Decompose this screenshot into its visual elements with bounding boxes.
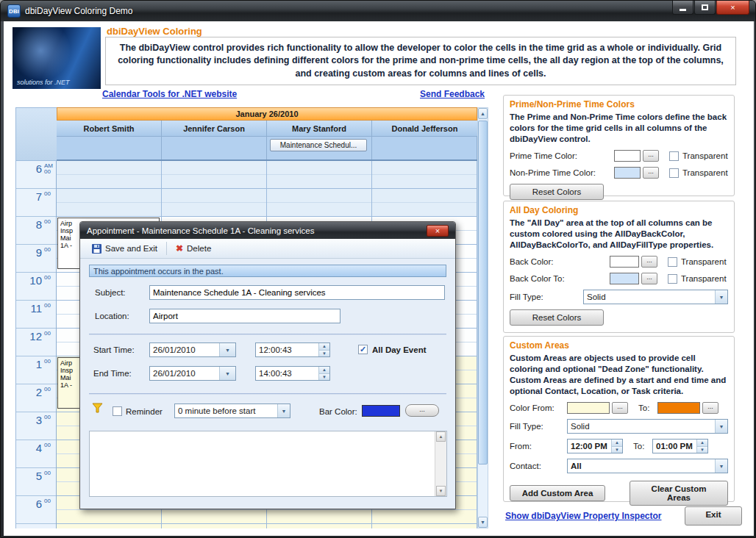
back-color-to-ellipsis-button[interactable]: ... xyxy=(641,273,657,284)
dialog-close-button[interactable]: × xyxy=(427,225,449,237)
column-header[interactable]: Donald Jefferson xyxy=(372,121,477,136)
from-time-value: 12:00 PM xyxy=(571,442,607,451)
minute-label: 00 xyxy=(44,303,56,309)
fill-type-select[interactable]: Solid ▼ xyxy=(567,419,728,434)
prime-color-ellipsis-button[interactable]: ... xyxy=(643,150,659,162)
spinner-down-icon[interactable]: ▼ xyxy=(696,446,707,453)
reset-colors-button[interactable]: Reset Colors xyxy=(510,309,604,326)
calendar-icon[interactable]: ▼ xyxy=(219,343,235,356)
reminder-checkbox[interactable] xyxy=(113,406,122,416)
nonprime-transparent-checkbox[interactable] xyxy=(669,168,679,178)
spinner-up-icon[interactable]: ▲ xyxy=(318,343,329,350)
contact-select[interactable]: All ▼ xyxy=(567,459,728,473)
calendar-icon[interactable]: ▼ xyxy=(219,367,235,380)
website-link[interactable]: Calendar Tools for .NET website xyxy=(102,89,237,99)
spinner-down-icon[interactable]: ▼ xyxy=(611,446,622,453)
group-description: The "All Day" area at the top of all col… xyxy=(510,218,728,251)
contact-value: All xyxy=(571,462,582,470)
bar-color-ellipsis-button[interactable]: ... xyxy=(405,404,439,417)
nonprime-color-ellipsis-button[interactable]: ... xyxy=(643,167,659,179)
minute-label: 00 xyxy=(44,331,56,337)
allday-checkbox[interactable]: ✓ xyxy=(358,345,368,354)
calendar-scrollbar[interactable]: ▲ ▼ xyxy=(477,107,488,528)
fill-type-select[interactable]: Solid ▼ xyxy=(583,290,728,304)
minimize-icon xyxy=(680,9,686,11)
delete-label: Delete xyxy=(187,244,211,253)
color-from-ellipsis-button[interactable]: ... xyxy=(612,402,628,414)
add-custom-area-button[interactable]: Add Custom Area xyxy=(510,485,605,501)
fill-type-value: Solid xyxy=(587,293,606,301)
group-title: All Day Coloring xyxy=(510,205,728,215)
minute-label: 00 xyxy=(44,387,56,392)
group-description: Custom Areas are objects used to provide… xyxy=(510,353,728,397)
scroll-thumb[interactable] xyxy=(478,121,488,465)
end-time-label: End Time: xyxy=(93,369,132,378)
exit-button[interactable]: Exit xyxy=(685,506,742,526)
back-transparent-checkbox[interactable] xyxy=(668,257,677,267)
separator-line xyxy=(89,334,446,335)
reminder-select[interactable]: 0 minute before start ▼ xyxy=(174,404,290,418)
calendar-corner xyxy=(15,107,57,161)
hour-label: 1 xyxy=(16,356,44,384)
minute-label: 00 xyxy=(44,442,56,448)
transparent-label: Transparent xyxy=(681,257,727,266)
allday-coloring-group: All Day Coloring The "All Day" area at t… xyxy=(503,201,735,333)
back-color-swatch xyxy=(610,256,639,268)
hour-label: 6 xyxy=(16,161,44,188)
allday-event-chip[interactable]: Maintenance Schedul... xyxy=(270,139,367,151)
to-time-spinner[interactable]: 01:00 PM ▲▼ xyxy=(652,439,708,453)
backto-transparent-checkbox[interactable] xyxy=(668,274,677,284)
end-date-picker[interactable]: 26/01/2010 ▼ xyxy=(149,366,236,381)
color-to-ellipsis-button[interactable]: ... xyxy=(702,402,718,414)
start-time-spinner[interactable]: 12:00:43 ▲▼ xyxy=(255,342,330,357)
bar-color-label: Bar Color: xyxy=(319,407,357,416)
spinner-down-icon[interactable]: ▼ xyxy=(318,350,329,357)
notes-textarea[interactable]: ▲ ▼ xyxy=(89,431,447,497)
time-row: 1200 xyxy=(16,329,56,356)
clear-custom-areas-button[interactable]: Clear Custom Areas xyxy=(630,481,728,506)
time-row: 100 xyxy=(16,356,56,384)
subject-label: Subject: xyxy=(95,288,126,297)
notes-scrollbar[interactable]: ▲ ▼ xyxy=(435,431,446,496)
end-time-spinner[interactable]: 14:00:43 ▲▼ xyxy=(255,366,330,381)
dialog-titlebar[interactable]: Appointment - Maintenance Schedule 1A - … xyxy=(80,222,455,239)
save-and-exit-button[interactable]: Save and Exit xyxy=(86,243,163,255)
scroll-down-button[interactable]: ▼ xyxy=(478,517,488,528)
info-text: This appointment occurs in the past. xyxy=(93,267,224,276)
spinner-up-icon[interactable]: ▲ xyxy=(611,440,622,446)
spinner-down-icon[interactable]: ▼ xyxy=(318,373,329,381)
column-header[interactable]: Mary Stanford xyxy=(267,121,372,136)
start-date-picker[interactable]: 26/01/2010 ▼ xyxy=(149,342,236,357)
color-from-label: Color From: xyxy=(510,404,567,412)
hour-label: 9 xyxy=(16,245,44,272)
window-titlebar[interactable]: DBi dbiDayView Coloring Demo × xyxy=(1,1,755,21)
start-date-value: 26/01/2010 xyxy=(150,345,196,354)
allday-region[interactable]: Maintenance Schedul... xyxy=(57,137,477,161)
property-inspector-link[interactable]: Show dbiDayView Property Inspector xyxy=(505,511,662,521)
separator-line xyxy=(89,393,446,395)
minimize-button[interactable] xyxy=(672,1,693,15)
column-header[interactable]: Robert Smith xyxy=(57,121,162,136)
feedback-link[interactable]: Send Feedback xyxy=(420,89,485,99)
group-title: Prime/Non-Prime Time Colors xyxy=(510,99,728,110)
from-time-spinner[interactable]: 12:00 PM ▲▼ xyxy=(567,439,623,453)
subject-input[interactable] xyxy=(149,285,445,300)
scroll-down-button[interactable]: ▼ xyxy=(436,486,446,496)
prime-transparent-checkbox[interactable] xyxy=(669,151,679,161)
scroll-up-button[interactable]: ▲ xyxy=(436,431,446,442)
spinner-up-icon[interactable]: ▲ xyxy=(318,367,329,373)
color-from-swatch xyxy=(567,402,610,414)
back-color-ellipsis-button[interactable]: ... xyxy=(641,256,657,268)
reset-colors-button[interactable]: Reset Colors xyxy=(510,184,604,200)
spinner-up-icon[interactable]: ▲ xyxy=(696,440,707,446)
maximize-button[interactable] xyxy=(694,1,716,15)
date-header-label: January 26/2010 xyxy=(235,110,298,118)
minute-label: 00 xyxy=(44,275,56,281)
scroll-up-button[interactable]: ▲ xyxy=(478,108,488,119)
column-header[interactable]: Jennifer Carson xyxy=(162,121,267,136)
close-icon: × xyxy=(730,3,735,12)
reminder-icon xyxy=(92,403,103,413)
location-input[interactable] xyxy=(149,309,340,323)
delete-button[interactable]: ✖ Delete xyxy=(170,242,217,255)
close-button[interactable]: × xyxy=(716,1,749,15)
